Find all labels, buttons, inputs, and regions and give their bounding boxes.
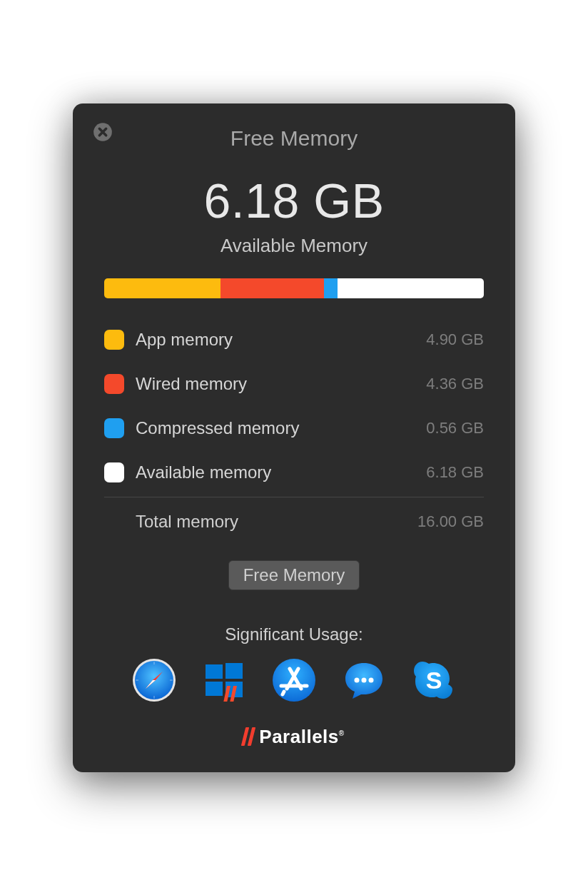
app-icon-safari[interactable] xyxy=(131,657,177,703)
legend-label: Compressed memory xyxy=(136,418,415,438)
svg-rect-9 xyxy=(206,664,223,679)
legend-swatch xyxy=(104,374,124,394)
svg-text:S: S xyxy=(426,667,442,694)
total-memory-label: Total memory xyxy=(136,512,417,532)
close-button[interactable] xyxy=(93,122,113,142)
divider xyxy=(104,497,484,497)
legend-swatch xyxy=(104,462,124,482)
legend-row-app-memory: App memory4.90 GB xyxy=(104,330,484,350)
brand-footer: Parallels® xyxy=(104,726,484,748)
svg-point-15 xyxy=(273,659,315,702)
legend-label: App memory xyxy=(136,330,415,350)
brand-name: Parallels® xyxy=(259,726,344,748)
svg-point-23 xyxy=(369,677,374,682)
svg-rect-11 xyxy=(206,682,223,696)
app-icon-app-store[interactable] xyxy=(271,657,317,703)
legend-label: Available memory xyxy=(136,462,415,482)
app-icon-messages[interactable] xyxy=(341,657,387,703)
memory-usage-bar xyxy=(104,278,484,298)
legend-label: Wired memory xyxy=(136,374,415,394)
legend-value: 0.56 GB xyxy=(426,419,484,438)
svg-line-20 xyxy=(283,692,284,694)
total-row: Total memory 16.00 GB xyxy=(104,512,484,532)
legend-row-compressed-memory: Compressed memory0.56 GB xyxy=(104,418,484,438)
bar-segment-app-memory xyxy=(104,278,220,298)
legend-swatch xyxy=(104,330,124,350)
bar-segment-compressed-memory xyxy=(324,278,338,298)
legend-value: 6.18 GB xyxy=(426,463,484,482)
significant-usage-label: Significant Usage: xyxy=(104,624,484,644)
significant-apps-row: S xyxy=(104,657,484,703)
available-memory-value: 6.18 GB xyxy=(104,176,484,225)
parallels-bars-icon xyxy=(243,727,253,746)
app-icon-windows-parallels-[interactable] xyxy=(201,657,247,703)
bar-segment-wired-memory xyxy=(220,278,324,298)
svg-point-21 xyxy=(355,677,360,682)
svg-point-22 xyxy=(362,677,367,682)
bar-segment-available-memory xyxy=(338,278,484,298)
total-memory-value: 16.00 GB xyxy=(417,512,484,531)
memory-panel: Free Memory 6.18 GB Available Memory App… xyxy=(73,103,515,772)
free-memory-button[interactable]: Free Memory xyxy=(228,560,360,590)
legend-value: 4.90 GB xyxy=(426,330,484,349)
legend-row-wired-memory: Wired memory4.36 GB xyxy=(104,374,484,394)
app-icon-skype[interactable]: S xyxy=(411,657,457,703)
legend-value: 4.36 GB xyxy=(426,375,484,393)
legend-swatch xyxy=(104,418,124,438)
memory-legend: App memory4.90 GBWired memory4.36 GBComp… xyxy=(104,330,484,482)
legend-row-available-memory: Available memory6.18 GB xyxy=(104,462,484,482)
available-memory-label: Available Memory xyxy=(104,235,484,257)
svg-rect-10 xyxy=(225,663,243,679)
window-title: Free Memory xyxy=(104,126,484,151)
close-icon xyxy=(93,122,113,142)
